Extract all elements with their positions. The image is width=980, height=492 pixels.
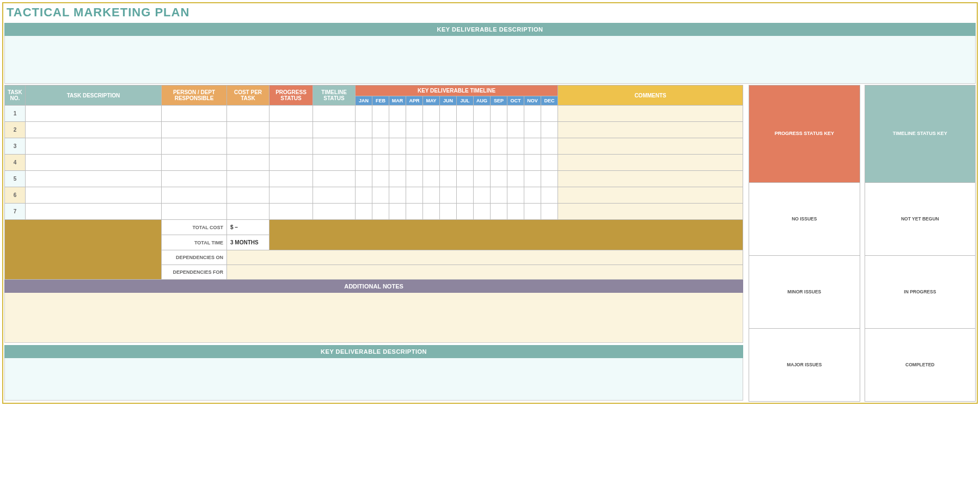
month-jul: JUL bbox=[457, 96, 474, 106]
progress-cell[interactable] bbox=[270, 106, 313, 122]
col-comments: COMMENTS bbox=[558, 85, 743, 106]
total-cost-value: $ – bbox=[227, 220, 270, 235]
dependencies-for-value[interactable] bbox=[227, 265, 743, 280]
key-deliverable-description-area-2[interactable] bbox=[4, 358, 743, 401]
total-cost-label: TOTAL COST bbox=[162, 220, 227, 235]
col-person: PERSON / DEPT RESPONSIBLE bbox=[162, 85, 227, 106]
month-sep: SEP bbox=[491, 96, 507, 106]
progress-key-header: PROGRESS STATUS KEY bbox=[749, 85, 860, 183]
person-cell[interactable] bbox=[162, 106, 227, 122]
task-desc-cell[interactable] bbox=[26, 106, 162, 122]
progress-key-item: MINOR ISSUES bbox=[749, 255, 860, 328]
month-may: MAY bbox=[423, 96, 440, 106]
task-no-cell: 4 bbox=[5, 155, 26, 171]
task-no-cell: 5 bbox=[5, 171, 26, 187]
marketing-plan-table: TASK NO. TASK DESCRIPTION PERSON / DEPT … bbox=[4, 85, 743, 280]
timeline-key-item: NOT YET BEGUN bbox=[865, 182, 976, 255]
timeline-key-item: COMPLETED bbox=[865, 328, 976, 401]
table-row[interactable]: 5 bbox=[5, 171, 743, 187]
total-time-value: 3 MONTHS bbox=[227, 235, 270, 250]
timeline-key-header: TIMELINE STATUS KEY bbox=[865, 85, 976, 183]
task-no-cell: 1 bbox=[5, 106, 26, 122]
table-row[interactable]: 1 bbox=[5, 106, 743, 122]
total-time-label: TOTAL TIME bbox=[162, 235, 227, 250]
key-deliverable-header-2: KEY DELIVERABLE DESCRIPTION bbox=[4, 345, 743, 358]
col-task-desc: TASK DESCRIPTION bbox=[26, 85, 162, 106]
col-progress: PROGRESS STATUS bbox=[270, 85, 313, 106]
table-row[interactable]: 7 bbox=[5, 204, 743, 220]
page-title: TACTICAL MARKETING PLAN bbox=[4, 4, 976, 23]
month-jun: JUN bbox=[440, 96, 457, 106]
month-nov: NOV bbox=[524, 96, 541, 106]
task-no-cell: 3 bbox=[5, 138, 26, 155]
month-aug: AUG bbox=[474, 96, 491, 106]
dependencies-for-label: DEPENDENCIES FOR bbox=[162, 265, 227, 280]
timeline-key-item: IN PROGRESS bbox=[865, 255, 976, 328]
month-jan: JAN bbox=[356, 96, 372, 106]
cost-cell[interactable] bbox=[227, 106, 270, 122]
progress-key-item: NO ISSUES bbox=[749, 182, 860, 255]
summary-gold-right bbox=[270, 220, 743, 250]
timeline-key-table: TIMELINE STATUS KEY NOT YET BEGUN IN PRO… bbox=[865, 85, 976, 402]
key-deliverable-header: KEY DELIVERABLE DESCRIPTION bbox=[4, 23, 976, 36]
month-oct: OCT bbox=[507, 96, 524, 106]
progress-key-item: MAJOR ISSUES bbox=[749, 328, 860, 401]
col-timeline: TIMELINE STATUS bbox=[313, 85, 356, 106]
summary-gold-block bbox=[5, 220, 162, 280]
table-row[interactable]: 6 bbox=[5, 187, 743, 204]
col-cost: COST PER TASK bbox=[227, 85, 270, 106]
table-row[interactable]: 4 bbox=[5, 155, 743, 171]
progress-key-table: PROGRESS STATUS KEY NO ISSUES MINOR ISSU… bbox=[749, 85, 860, 402]
task-no-cell: 7 bbox=[5, 204, 26, 220]
table-row[interactable]: 2 bbox=[5, 122, 743, 138]
task-no-cell: 2 bbox=[5, 122, 26, 138]
additional-notes-area[interactable] bbox=[4, 293, 743, 343]
month-apr: APR bbox=[406, 96, 423, 106]
col-kd-timeline: KEY DELIVERABLE TIMELINE bbox=[356, 85, 558, 96]
comments-cell[interactable] bbox=[558, 106, 743, 122]
timeline-cell[interactable] bbox=[313, 106, 356, 122]
additional-notes-header: ADDITIONAL NOTES bbox=[4, 280, 743, 293]
col-task-no: TASK NO. bbox=[5, 85, 26, 106]
dependencies-on-value[interactable] bbox=[227, 250, 743, 265]
month-mar: MAR bbox=[389, 96, 406, 106]
key-deliverable-description-area[interactable] bbox=[4, 36, 976, 84]
table-row[interactable]: 3 bbox=[5, 138, 743, 155]
task-no-cell: 6 bbox=[5, 187, 26, 204]
month-feb: FEB bbox=[372, 96, 389, 106]
dependencies-on-label: DEPENDENCIES ON bbox=[162, 250, 227, 265]
month-dec: DEC bbox=[541, 96, 558, 106]
